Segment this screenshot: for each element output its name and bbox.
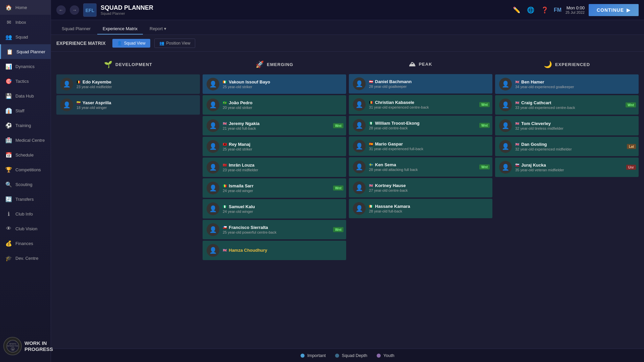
sidebar-label-home: Home (15, 5, 27, 10)
nav-tabs: Squad PlannerExperience MatrixReport ▾ (51, 20, 644, 35)
sidebar-item-dynamics[interactable]: 📊 Dynamics (0, 59, 51, 74)
player-card-peak-3[interactable]: 👤 🇪🇸 Mario Gaspar 31 year-old experience… (349, 136, 492, 156)
sidebar-item-training[interactable]: ⚽ Training (0, 118, 51, 133)
player-avatar: 👤 (207, 161, 219, 174)
sidebar-item-finances[interactable]: 💰 Finances (0, 236, 51, 251)
player-card-development-1[interactable]: 👤 🇨🇴 Yaser Asprilla 18 year-old winger (56, 95, 200, 115)
player-card-emerging-7[interactable]: 👤 🇨🇱 Francisco Sierralta 25 year-old pow… (203, 220, 346, 239)
sidebar-item-inbox[interactable]: ✉ Inbox (0, 15, 51, 29)
player-flag: 🇬🇧 (515, 122, 519, 125)
player-avatar: 👤 (207, 223, 219, 236)
topbar: ← → EFL SQUAD PLANNER Squad Planner ✏️ 🌐… (51, 0, 644, 20)
player-card-peak-1[interactable]: 👤 🇧🇪 Christian Kabasele 31 year-old expe… (349, 95, 492, 114)
player-card-peak-5[interactable]: 👤 🇬🇧 Kortney Hause 27 year-old centre-ba… (349, 178, 492, 197)
sidebar-item-transfers[interactable]: 🔄 Transfers (0, 192, 51, 206)
player-name: William Troost-Ekong (375, 121, 420, 126)
sidebar-item-scouting[interactable]: 🔍 Scouting (0, 177, 51, 192)
player-name: Daniel Bachmann (375, 79, 412, 84)
player-desc: 31 year-old experienced centre-back (369, 105, 488, 109)
player-card-peak-4[interactable]: 👤 🇸🇪 Ken Sema 28 year-old attacking full… (349, 157, 492, 177)
sidebar-item-squad-planner[interactable]: 📋 Squad Planner (0, 44, 51, 59)
topbar-subtitle: Squad Planner (101, 11, 507, 15)
legend: Important Squad Depth Youth (51, 349, 644, 362)
player-flag: 🇬🇧 (369, 184, 373, 187)
player-avatar: 👤 (353, 140, 366, 153)
player-name: Yaser Asprilla (83, 100, 111, 105)
player-info: 🇨🇴 Yaser Asprilla 18 year-old winger (76, 100, 196, 110)
sidebar-item-medical-centre[interactable]: 🏥 Medical Centre (0, 133, 51, 147)
player-avatar: 👤 (207, 202, 219, 215)
player-card-peak-6[interactable]: 👤 🇨🇮 Hassane Kamara 28 year-old full-bac… (349, 199, 492, 218)
player-badge: Wnt (626, 103, 636, 108)
player-card-emerging-5[interactable]: 👤 🇸🇳 Ismaila Sarr 24 year-old winger Wnt (203, 178, 346, 198)
player-info: 🇧🇷 João Pedro 20 year-old striker (223, 100, 342, 110)
player-avatar: 👤 (207, 182, 219, 194)
player-avatar: 👤 (353, 77, 366, 90)
nav-tab-report[interactable]: Report ▾ (144, 23, 172, 35)
player-card-peak-0[interactable]: 👤 🇦🇹 Daniel Bachmann 28 year-old goalkee… (349, 74, 492, 94)
position-view-button[interactable]: 👥 Position View (154, 39, 196, 48)
continue-button[interactable]: CONTINUE ▶ (589, 4, 639, 16)
sidebar-item-squad[interactable]: 👥 Squad (0, 29, 51, 44)
edit-icon[interactable]: ✏️ (512, 5, 522, 15)
player-card-emerging-1[interactable]: 👤 🇧🇷 João Pedro 20 year-old striker (203, 95, 346, 115)
sports-interactive-logo: SPORTS INTERACTIVE SI (3, 337, 22, 355)
topbar-title-area: SQUAD PLANNER Squad Planner (101, 4, 507, 15)
player-name: Tom Cleverley (521, 121, 551, 126)
help-icon[interactable]: ❓ (540, 5, 550, 15)
sidebar-item-data-hub[interactable]: 💾 Data Hub (0, 88, 51, 103)
legend-squad-depth: Squad Depth (335, 353, 367, 358)
sidebar-item-competitions[interactable]: 🏆 Competitions (0, 162, 51, 177)
player-card-experienced-0[interactable]: 👤 🇬🇧 Ben Hamer 34 year-old experienced g… (495, 74, 639, 94)
legend-dot-youth (377, 354, 381, 358)
player-name: Ken Sema (375, 162, 396, 167)
player-card-experienced-4[interactable]: 👤 🇸🇰 Juraj Kucka 35 year-old veteran mid… (495, 158, 639, 177)
sidebar-label-staff: Staff (15, 108, 24, 113)
nav-tab-squad-planner[interactable]: Squad Planner (56, 23, 96, 35)
player-card-experienced-2[interactable]: 👤 🇬🇧 Tom Cleverley 32 year-old tireless … (495, 116, 639, 135)
column-peak: ⛰PEAK 👤 🇦🇹 Daniel Bachmann 28 year-old g… (349, 57, 492, 261)
fm-label: FM (554, 7, 561, 13)
work-in-progress-text: WORK INPROGRESS (24, 340, 53, 352)
sidebar-item-club-vision[interactable]: 👁 Club Vision (0, 221, 51, 236)
sidebar-item-tactics[interactable]: 🎯 Tactics (0, 74, 51, 88)
player-flag: 🇧🇷 (223, 101, 227, 105)
nav-tab-experience-matrix[interactable]: Experience Matrix (97, 23, 143, 35)
player-flag: 🇬🇧 (515, 142, 519, 146)
player-flag: 🇬🇧 (223, 122, 227, 125)
column-experienced: 🌙EXPERIENCED 👤 🇬🇧 Ben Hamer 34 year-old … (495, 57, 639, 261)
sidebar-item-club-info[interactable]: ℹ Club Info (0, 206, 51, 221)
club-vision-icon: 👁 (5, 225, 12, 232)
player-card-emerging-0[interactable]: 👤 🇨🇮 Vakoun Issouf Bayo 25 year-old stri… (203, 74, 346, 94)
player-card-experienced-1[interactable]: 👤 🇬🇧 Craig Cathcart 33 year-old experien… (495, 95, 639, 115)
back-button[interactable]: ← (56, 5, 66, 15)
player-card-emerging-4[interactable]: 👤 🇲🇦 Imrân Louza 23 year-old midfielder (203, 158, 346, 177)
player-card-peak-2[interactable]: 👤 🇳🇬 William Troost-Ekong 28 year-old ce… (349, 116, 492, 135)
sidebar: 🏠 Home ✉ Inbox 👥 Squad 📋 Squad Planner 📊… (0, 0, 51, 362)
player-avatar: 👤 (207, 78, 219, 90)
player-card-emerging-3[interactable]: 👤 🇦🇱 Rey Manaj 25 year-old striker (203, 137, 346, 156)
player-name: Dan Gosling (521, 142, 547, 147)
sidebar-item-schedule[interactable]: 📅 Schedule (0, 147, 51, 162)
forward-button[interactable]: → (70, 5, 79, 15)
player-desc: 24 year-old winger (223, 189, 342, 193)
player-avatar: 👤 (207, 140, 219, 153)
player-info: 🇦🇱 Rey Manaj 25 year-old striker (223, 142, 342, 151)
player-card-experienced-3[interactable]: 👤 🇬🇧 Dan Gosling 32 year-old experienced… (495, 137, 639, 156)
globe-icon[interactable]: 🌐 (526, 5, 536, 15)
player-desc: 28 year-old attacking full back (369, 168, 488, 172)
sidebar-item-home[interactable]: 🏠 Home (0, 0, 51, 15)
player-name: Christian Kabasele (375, 100, 414, 105)
player-card-emerging-2[interactable]: 👤 🇬🇧 Jeremy Ngakia 21 year-old full-back… (203, 116, 346, 135)
player-card-emerging-8[interactable]: 👤 🇬🇧 Hamza Choudhury (203, 241, 346, 260)
sidebar-item-dev-centre[interactable]: 🎓 Dev. Centre (0, 251, 51, 265)
player-card-emerging-6[interactable]: 👤 🇳🇬 Samuel Kalu 24 year-old winger (203, 199, 346, 219)
player-info: 🇨🇮 Hassane Kamara 28 year-old full-back (369, 204, 488, 213)
sidebar-item-staff[interactable]: 👔 Staff (0, 103, 51, 118)
player-card-development-0[interactable]: 👤 🇧🇪 Edo Kayembe 23 year-old midfielder (56, 74, 200, 94)
column-header-emerging: 🚀EMERGING (203, 57, 346, 72)
position-view-icon: 👥 (159, 41, 164, 46)
player-badge: Wnt (479, 102, 490, 107)
squad-view-button[interactable]: 👤 Squad View (112, 39, 150, 48)
sidebar-label-club-vision: Club Vision (15, 226, 38, 231)
